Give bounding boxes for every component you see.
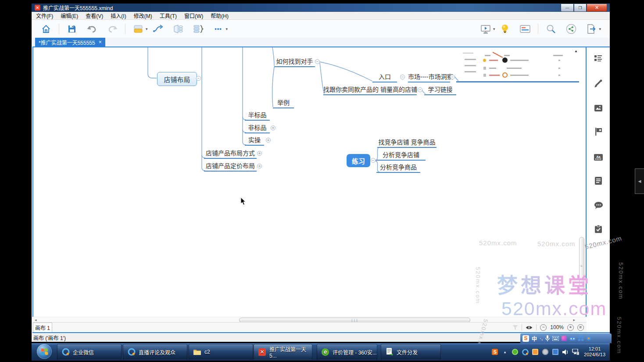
undo-icon[interactable] [87, 24, 97, 34]
tab-close-icon[interactable]: × [99, 39, 102, 45]
window-titlebar[interactable]: ✕ 推广实战第一天555555.xmind — ❐ ✕ [32, 4, 610, 12]
collapse-badge-icon[interactable]: − [315, 59, 320, 64]
ime-skin-icon[interactable] [562, 336, 567, 341]
menu-file[interactable]: 文件(F) [36, 12, 53, 19]
embedded-screenshot-node[interactable]: ▲ [458, 47, 579, 81]
mindmap-node-practice-op[interactable]: 实操 [245, 137, 264, 146]
note-icon[interactable] [520, 24, 530, 34]
taskbar-item-file-dispatch[interactable]: 文件分发 [381, 344, 441, 360]
format-brush-icon[interactable] [594, 79, 603, 88]
ime-settings-icon[interactable] [586, 336, 591, 341]
save-icon[interactable] [67, 24, 77, 34]
mindmap-node-how-find-rival[interactable]: 如何找到对手 [274, 58, 315, 67]
mindmap-node-half-standard[interactable]: 半标品 [245, 112, 270, 121]
mindmap-node-find-same-product-shops[interactable]: 找跟你卖同款产品的 销量高的店铺 [323, 86, 417, 95]
mindmap-node-exercise[interactable]: 练习 [347, 154, 370, 167]
mindmap-node-market-insight[interactable]: 市场----市场洞察 [408, 74, 450, 82]
task-panel-icon[interactable] [594, 225, 603, 233]
expand-badge-icon[interactable]: + [257, 151, 262, 156]
expand-badge-icon[interactable]: + [266, 138, 271, 143]
menu-tools[interactable]: 工具(T) [160, 12, 177, 19]
zoom-in-button[interactable]: + [567, 324, 574, 331]
comments-panel-icon[interactable] [594, 201, 603, 210]
document-tab[interactable]: *推广实战第一天555555 × [35, 38, 105, 47]
lightbulb-icon[interactable] [500, 24, 510, 34]
mindmap-node-product-layout-method[interactable]: 店铺产品布局方式 [204, 150, 257, 159]
zoom-menu-button[interactable]: ≡ [577, 324, 584, 331]
sogou-tray-icon[interactable]: S [491, 348, 498, 355]
sogou-logo-icon[interactable]: S [522, 335, 529, 342]
mindmap-node-product-pricing-layout[interactable]: 店铺产品定价布局 [204, 163, 257, 172]
tray-orange-icon[interactable] [532, 348, 539, 355]
presentation-icon[interactable] [480, 24, 491, 34]
collapse-badge-icon[interactable]: − [371, 158, 376, 163]
export-icon[interactable] [586, 24, 597, 34]
more-tools-caret-icon[interactable]: ▾ [226, 27, 228, 31]
scroll-left-icon[interactable]: ◂ [35, 318, 37, 322]
taskbar-item-360-browser[interactable]: e 评价管理 - 360安... [317, 344, 377, 360]
collapse-badge-icon[interactable]: − [450, 75, 455, 79]
ime-toolbox-icon[interactable] [578, 336, 583, 341]
outline-panel-icon[interactable] [594, 54, 603, 63]
tray-expand-icon[interactable]: ▴ [501, 348, 508, 355]
eye-icon[interactable] [526, 325, 533, 330]
search-icon[interactable] [546, 24, 556, 34]
microphone-icon[interactable] [545, 335, 550, 341]
expand-badge-icon[interactable]: + [271, 125, 275, 130]
menu-insert[interactable]: 插入(I) [111, 12, 126, 19]
redo-icon[interactable] [107, 24, 118, 34]
menu-edit[interactable]: 编辑(E) [61, 12, 78, 19]
presentation-caret-icon[interactable]: ▾ [493, 27, 495, 31]
tray-gray-icon[interactable] [542, 348, 549, 355]
zoom-out-button[interactable]: − [540, 324, 547, 331]
mindmap-node-find-competitors[interactable]: 找竞争店铺 竞争商品 [377, 139, 436, 148]
mindmap-node-analyze-comp-shop[interactable]: 分析竞争店铺 [376, 152, 426, 161]
summary-icon[interactable] [193, 24, 204, 34]
collapse-badge-icon[interactable]: − [400, 75, 405, 79]
relationship-icon[interactable] [153, 24, 163, 34]
start-button[interactable] [37, 344, 52, 359]
close-button[interactable]: ✕ [587, 4, 607, 12]
boundary-icon[interactable] [173, 24, 183, 34]
expand-badge-icon[interactable]: + [257, 164, 262, 168]
mindmap-node-learn-link[interactable]: 学习链接 [424, 86, 456, 95]
image-panel-icon[interactable] [594, 104, 603, 112]
tray-clock[interactable]: 12:01 2024/6/13 [584, 346, 605, 358]
filter-icon[interactable] [512, 325, 518, 330]
taskbar-item-wechat-work[interactable]: 企业微信 [57, 344, 122, 360]
tray-blue-icon[interactable] [552, 348, 559, 355]
menu-modify[interactable]: 修改(M) [134, 12, 152, 19]
label-aa-icon[interactable]: Aa [594, 153, 603, 161]
mindmap-node-non-standard[interactable]: 非标品 [245, 125, 270, 133]
mindmap-node-shop-layout[interactable]: 店铺布局 [157, 72, 197, 86]
panel-collapse-handle[interactable]: ◀ [635, 168, 644, 194]
more-tools-icon[interactable]: ••• [213, 24, 224, 34]
volume-icon[interactable] [562, 348, 569, 355]
keyboard-icon[interactable] [552, 336, 559, 341]
export-caret-icon[interactable]: ▾ [599, 27, 601, 31]
menu-view[interactable]: 查看(V) [86, 12, 103, 19]
topic-shape-icon[interactable] [133, 24, 143, 34]
ime-game-icon[interactable] [569, 336, 576, 341]
menu-help[interactable]: 帮助(H) [211, 12, 229, 19]
menu-window[interactable]: 窗口(W) [184, 12, 203, 19]
topic-shape-caret-icon[interactable]: ▾ [146, 27, 148, 31]
minimize-button[interactable]: — [561, 4, 574, 12]
share-icon[interactable] [566, 24, 576, 34]
notes-panel-icon[interactable] [594, 176, 603, 185]
restore-button[interactable]: ❐ [574, 4, 587, 12]
taskbar-item-xmind[interactable]: ✕ 推广实战第一天5... [254, 344, 312, 360]
ime-punctuation-icon[interactable]: ·, [540, 335, 543, 341]
collapse-badge-icon[interactable]: − [196, 76, 201, 81]
taskbar-item-folder-c2[interactable]: c2 [189, 344, 253, 360]
home-icon[interactable] [41, 24, 51, 34]
network-icon[interactable] [572, 348, 579, 355]
mindmap-node-analyze-comp-product[interactable]: 分析竞争商品 [376, 164, 420, 173]
taskbar-item-live-comments[interactable]: 直播评论及观众 [123, 344, 187, 360]
collapse-badge-icon[interactable]: − [418, 87, 422, 92]
ime-mode-chinese[interactable]: 中 [532, 335, 537, 342]
mindmap-node-example[interactable]: 举例 [273, 100, 294, 108]
tray-360-icon[interactable] [512, 348, 519, 355]
sheet-tab-canvas1[interactable]: 画布 1 [33, 323, 52, 332]
tray-wechat-work-icon[interactable] [522, 348, 529, 355]
